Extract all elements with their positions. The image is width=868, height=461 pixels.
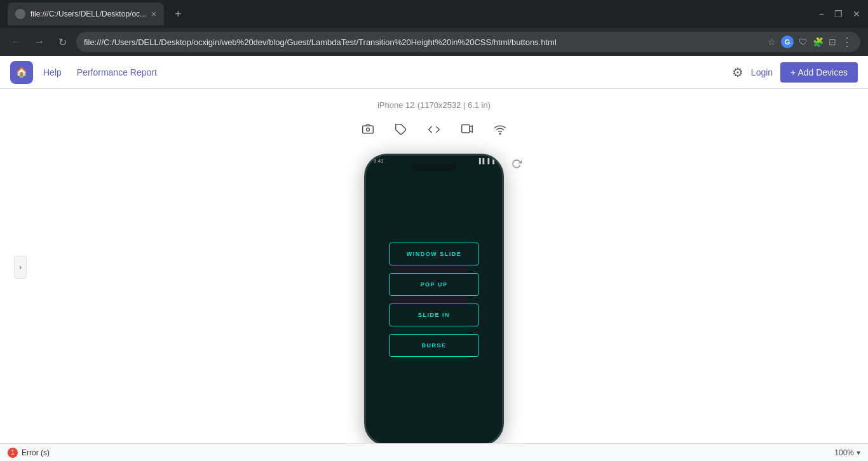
home-icon: 🏠: [15, 66, 28, 78]
tablet-icon[interactable]: ⊡: [829, 37, 836, 47]
reload-icon: ↻: [58, 36, 67, 48]
home-button[interactable]: 🏠: [10, 61, 33, 84]
svg-rect-3: [462, 125, 470, 133]
back-button[interactable]: ←: [8, 33, 25, 51]
device-name: iPhone 12 (1170x2532 | 6.1 in): [377, 99, 491, 110]
device-toolbar: [356, 118, 512, 141]
help-link[interactable]: Help: [43, 67, 62, 77]
phone-time: 9:41: [374, 158, 384, 164]
menu-icon[interactable]: ⋮: [841, 35, 853, 49]
device-header: iPhone 12 (1170x2532 | 6.1 in): [377, 99, 491, 110]
burse-button[interactable]: BURSE: [390, 334, 478, 357]
add-devices-button[interactable]: + Add Devices: [780, 62, 858, 83]
phone-status-bar: 9:41 ▐▐ ▐ ▐: [366, 158, 502, 164]
address-bar[interactable]: file:///C:/Users/DELL/Desktop/ocxigin/we…: [76, 32, 860, 52]
svg-point-1: [367, 128, 370, 131]
svg-rect-0: [363, 126, 374, 133]
code-tool-button[interactable]: [423, 118, 445, 141]
address-text: file:///C:/Users/DELL/Desktop/ocxigin/we…: [84, 37, 763, 47]
extension-icon[interactable]: 🧩: [813, 37, 824, 47]
window-controls: − ❐ ✕: [819, 9, 860, 19]
phone-notch: [412, 163, 456, 171]
collapse-panel-button[interactable]: ›: [14, 256, 27, 279]
refresh-device-button[interactable]: [512, 159, 522, 171]
bookmark-icon[interactable]: ☆: [768, 37, 776, 47]
browser-tab[interactable]: file:///C:/Users/DELL/Desktop/oc... ×: [8, 3, 164, 25]
phone-screen: WINDOW SLIDE POP UP SLIDE IN BURSE: [366, 156, 502, 444]
forward-button[interactable]: →: [31, 33, 48, 51]
close-icon[interactable]: ✕: [853, 9, 860, 19]
slide-in-button[interactable]: SLIDE IN: [390, 304, 478, 326]
record-tool-button[interactable]: [456, 118, 478, 141]
nav-links: Help Performance Report: [43, 67, 157, 77]
phone-frame: 9:41 ▐▐ ▐ ▐ WINDOW SLIDE POP UP SLIDE IN…: [364, 154, 504, 446]
browser-chrome: file:///C:/Users/DELL/Desktop/oc... × + …: [0, 0, 868, 28]
address-bar-icons: ☆ G 🛡 🧩 ⊡ ⋮: [768, 35, 853, 49]
reload-button[interactable]: ↻: [53, 33, 71, 51]
pop-up-button[interactable]: POP UP: [390, 273, 478, 296]
phone-signal: ▐▐ ▐ ▐: [477, 158, 494, 164]
security-icon[interactable]: 🛡: [799, 37, 808, 47]
settings-icon[interactable]: ⚙: [732, 65, 743, 80]
address-bar-row: ← → ↻ file:///C:/Users/DELL/Desktop/ocxi…: [0, 28, 868, 56]
tab-title: file:///C:/Users/DELL/Desktop/oc...: [31, 10, 146, 18]
maximize-icon[interactable]: ❐: [834, 9, 843, 19]
svg-point-5: [499, 133, 501, 135]
svg-marker-4: [470, 126, 472, 132]
new-tab-button[interactable]: +: [169, 5, 187, 23]
minimize-icon[interactable]: −: [819, 9, 824, 19]
tag-tool-button[interactable]: [390, 118, 412, 141]
phone-container: 9:41 ▐▐ ▐ ▐ WINDOW SLIDE POP UP SLIDE IN…: [364, 154, 504, 446]
performance-report-link[interactable]: Performance Report: [77, 67, 157, 77]
tab-favicon-icon: [15, 9, 25, 19]
chevron-right-icon: ›: [19, 263, 22, 272]
app-header: 🏠 Help Performance Report ⚙ Login + Add …: [0, 56, 868, 89]
forward-arrow-icon: →: [34, 36, 44, 48]
login-button[interactable]: Login: [751, 67, 773, 77]
device-specs: (1170x2532 | 6.1 in): [417, 100, 491, 110]
main-content: › iPhone 12 (1170x2532 | 6.1 in): [0, 89, 868, 446]
header-right: ⚙ Login + Add Devices: [732, 62, 858, 83]
tab-close-icon[interactable]: ×: [151, 9, 156, 19]
back-arrow-icon: ←: [11, 36, 22, 48]
status-bar: 1 Error (s) 100% ▾: [0, 443, 868, 446]
wifi-tool-button[interactable]: [489, 118, 512, 141]
profile-icon[interactable]: G: [781, 36, 794, 48]
screenshot-tool-button[interactable]: [356, 118, 379, 141]
window-slide-button[interactable]: WINDOW SLIDE: [390, 243, 478, 265]
